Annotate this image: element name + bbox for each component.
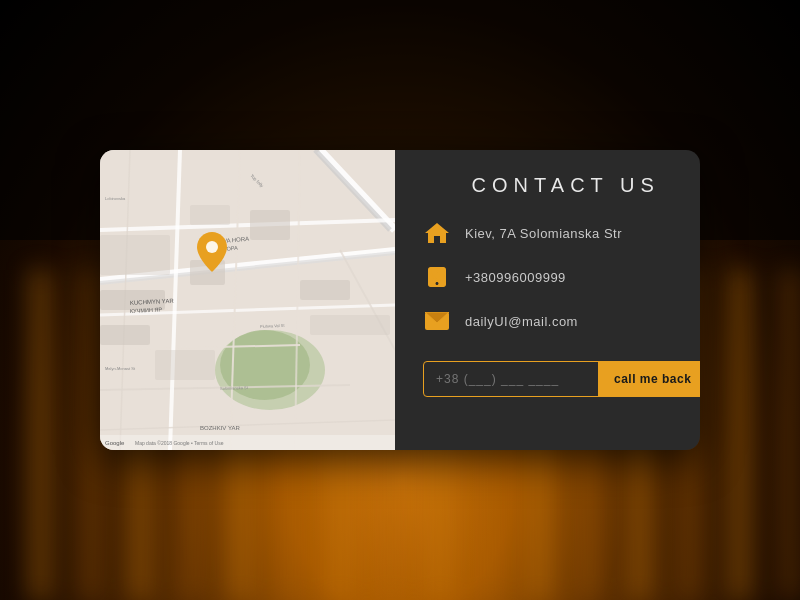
email-row: dailyUI@mail.com — [423, 307, 700, 335]
svg-text:Map data ©2018 Google • Terms : Map data ©2018 Google • Terms of Use — [135, 440, 224, 446]
address-row: Kiev, 7A Solomianska Str — [423, 219, 700, 247]
svg-text:Malyn-Monast St: Malyn-Monast St — [105, 366, 136, 371]
svg-rect-24 — [300, 280, 350, 300]
phone-row: +380996009999 — [423, 263, 700, 291]
map-image: BATYVEVA HORA БАТІЄВА ГОРА KUCHMYN YAR К… — [100, 150, 395, 450]
phone-icon — [423, 263, 451, 291]
svg-rect-23 — [155, 350, 215, 380]
svg-text:Lobinovska: Lobinovska — [105, 196, 126, 201]
phone-input[interactable] — [424, 362, 598, 396]
contact-card: BATYVEVA HORA БАТІЄВА ГОРА KUCHMYN YAR К… — [100, 150, 700, 450]
map-section: BATYVEVA HORA БАТІЄВА ГОРА KUCHMYN YAR К… — [100, 150, 395, 450]
svg-rect-22 — [100, 325, 150, 345]
svg-rect-25 — [310, 315, 390, 335]
svg-text:Google: Google — [105, 440, 125, 446]
contact-title: CONTACT US — [423, 174, 700, 197]
map-pin — [197, 232, 227, 276]
svg-marker-40 — [425, 223, 449, 243]
svg-rect-21 — [190, 205, 230, 225]
svg-text:BOZHKIV YAR: BOZHKIV YAR — [200, 425, 240, 431]
svg-text:Solomianska St: Solomianska St — [220, 385, 249, 391]
callback-row: call me back — [423, 361, 700, 397]
house-icon — [423, 219, 451, 247]
address-text: Kiev, 7A Solomianska Str — [465, 226, 622, 241]
svg-point-39 — [206, 241, 218, 253]
email-text: dailyUI@mail.com — [465, 314, 578, 329]
phone-text: +380996009999 — [465, 270, 566, 285]
map-canvas: BATYVEVA HORA БАТІЄВА ГОРА KUCHMYN YAR К… — [100, 150, 395, 450]
call-me-back-button[interactable]: call me back — [598, 362, 700, 396]
contact-section: CONTACT US Kiev, 7A Solomianska Str +380… — [395, 150, 700, 450]
svg-rect-19 — [100, 235, 170, 275]
svg-rect-20 — [250, 210, 290, 240]
mail-icon — [423, 307, 451, 335]
